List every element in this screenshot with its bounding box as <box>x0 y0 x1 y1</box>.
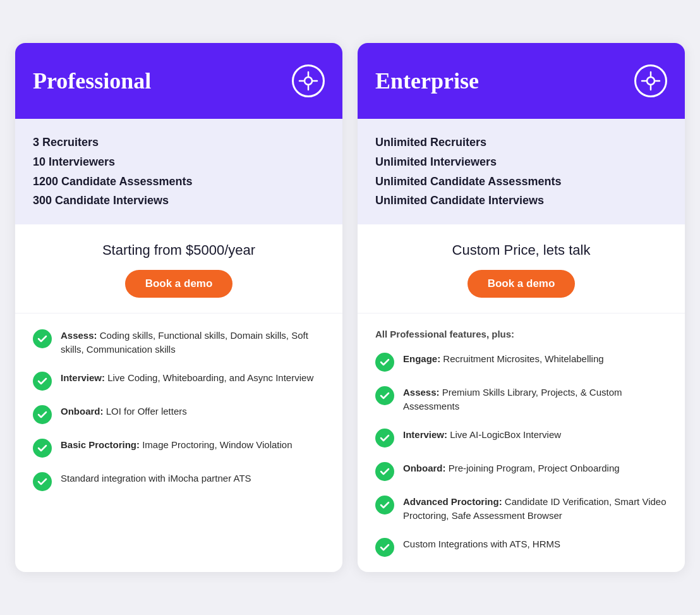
ent-feature-interview-label: Interview: <box>403 429 447 440</box>
enterprise-header: Enterprise <box>358 43 685 119</box>
ent-stat-recruiters: Unlimited Recruiters <box>375 133 667 152</box>
professional-title: Professional <box>33 68 151 94</box>
ent-feature-assess-label: Assess: <box>403 387 440 398</box>
professional-crosshair-icon <box>292 64 325 97</box>
check-icon-onboard <box>33 405 52 424</box>
svg-point-5 <box>647 77 655 85</box>
check-icon-engage <box>375 353 394 372</box>
enterprise-stats: Unlimited Recruiters Unlimited Interview… <box>358 119 685 224</box>
ent-feature-interview: Interview: Live AI-LogicBox Interview <box>375 428 667 448</box>
ent-feature-engage: Engage: Recruitment Microsites, Whitelab… <box>375 352 667 372</box>
check-icon-ent-assess <box>375 386 394 405</box>
enterprise-card: Enterprise Unlimited Recruiters Unlimite… <box>358 43 685 571</box>
ent-feature-engage-text: Engage: Recruitment Microsites, Whitelab… <box>403 352 604 367</box>
ent-stat-assessments: Unlimited Candidate Assessments <box>375 172 667 192</box>
ent-feature-proctoring-label: Advanced Proctoring: <box>403 496 502 507</box>
feature-assess-label: Assess: <box>61 330 97 341</box>
ent-feature-integrations-text: Custom Integrations with ATS, HRMS <box>403 537 560 552</box>
professional-pricing: Starting from $5000/year Book a demo <box>15 224 342 314</box>
ent-feature-onboard-text: Onboard: Pre-joining Program, Project On… <box>403 461 620 476</box>
check-icon-proctoring <box>33 439 52 458</box>
check-icon-interview <box>33 372 52 391</box>
ent-feature-interview-text: Interview: Live AI-LogicBox Interview <box>403 428 561 442</box>
professional-card: Professional 3 Recruiters 10 Interviewer… <box>15 43 342 571</box>
ent-feature-assess-text: Assess: Premium Skills Library, Projects… <box>403 386 667 414</box>
check-icon-ent-interview <box>375 429 394 448</box>
professional-header: Professional <box>15 43 342 119</box>
ent-feature-integrations: Custom Integrations with ATS, HRMS <box>375 537 667 557</box>
feature-onboard: Onboard: LOI for Offer letters <box>33 405 325 424</box>
pricing-cards: Professional 3 Recruiters 10 Interviewer… <box>15 43 685 571</box>
professional-stats: 3 Recruiters 10 Interviewers 1200 Candid… <box>15 119 342 224</box>
ent-feature-proctoring-text: Advanced Proctoring: Candidate ID Verifi… <box>403 495 667 523</box>
ent-stat-interviewers: Unlimited Interviewers <box>375 152 667 172</box>
stat-recruiters: 3 Recruiters <box>33 133 325 152</box>
ent-feature-proctoring: Advanced Proctoring: Candidate ID Verifi… <box>375 495 667 523</box>
professional-book-demo-button[interactable]: Book a demo <box>125 270 233 298</box>
stat-interviewers: 10 Interviewers <box>33 152 325 172</box>
enterprise-book-demo-button[interactable]: Book a demo <box>468 270 576 298</box>
feature-proctoring-text: Basic Proctoring: Image Proctoring, Wind… <box>61 438 293 453</box>
professional-price-text: Starting from $5000/year <box>33 242 325 259</box>
enterprise-features-header: All Professional features, plus: <box>375 329 667 339</box>
check-icon-assess <box>33 329 52 348</box>
check-icon-ent-integrations <box>375 538 394 557</box>
check-icon-integration <box>33 472 52 491</box>
feature-interview-text: Interview: Live Coding, Whiteboarding, a… <box>61 371 313 386</box>
check-icon-ent-proctoring <box>375 496 394 515</box>
feature-onboard-label: Onboard: <box>61 406 104 417</box>
stat-interviews: 300 Candidate Interviews <box>33 191 325 210</box>
feature-interview: Interview: Live Coding, Whiteboarding, a… <box>33 371 325 391</box>
professional-features: Assess: Coding skills, Functional skills… <box>15 314 342 506</box>
enterprise-price-text: Custom Price, lets talk <box>375 242 667 259</box>
ent-feature-engage-label: Engage: <box>403 353 440 364</box>
svg-point-0 <box>305 77 312 85</box>
feature-proctoring: Basic Proctoring: Image Proctoring, Wind… <box>33 438 325 458</box>
check-icon-ent-onboard <box>375 462 394 481</box>
enterprise-pricing: Custom Price, lets talk Book a demo <box>358 224 685 314</box>
feature-assess-text: Assess: Coding skills, Functional skills… <box>61 329 325 357</box>
ent-stat-interviews: Unlimited Candidate Interviews <box>375 191 667 210</box>
ent-feature-onboard: Onboard: Pre-joining Program, Project On… <box>375 461 667 481</box>
feature-assess: Assess: Coding skills, Functional skills… <box>33 329 325 357</box>
ent-feature-assess: Assess: Premium Skills Library, Projects… <box>375 386 667 414</box>
feature-interview-label: Interview: <box>61 372 105 383</box>
ent-feature-onboard-label: Onboard: <box>403 463 446 473</box>
feature-onboard-text: Onboard: LOI for Offer letters <box>61 405 187 419</box>
enterprise-title: Enterprise <box>375 68 479 94</box>
feature-integration: Standard integration with iMocha partner… <box>33 472 325 491</box>
stat-assessments: 1200 Candidate Assessments <box>33 172 325 192</box>
feature-proctoring-label: Basic Proctoring: <box>61 439 140 450</box>
enterprise-features: All Professional features, plus: Engage:… <box>358 314 685 572</box>
feature-integration-text: Standard integration with iMocha partner… <box>61 472 251 486</box>
enterprise-crosshair-icon <box>634 64 667 97</box>
